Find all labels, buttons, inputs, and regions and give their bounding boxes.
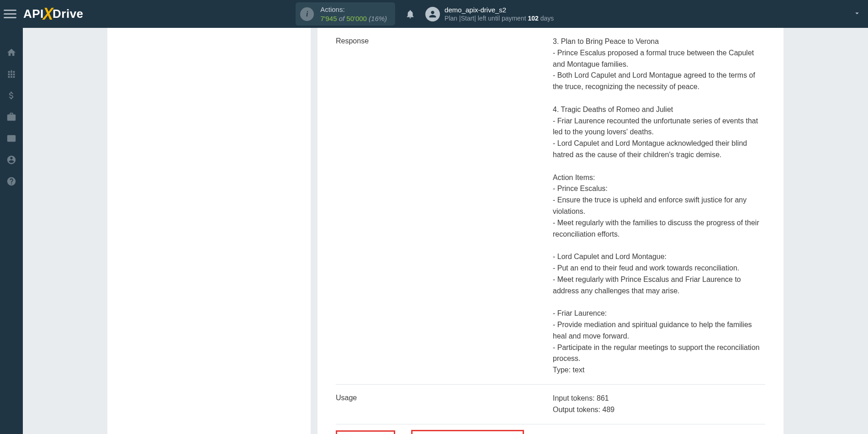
logo-text-post: Drive: [53, 7, 84, 21]
user-plan: Plan |Start| left until payment 102 days: [445, 14, 554, 22]
usage-row: Usage Input tokens: 861 Output tokens: 4…: [336, 385, 765, 424]
response-label: Response: [336, 36, 553, 376]
chevron-down-icon[interactable]: [766, 9, 861, 19]
usage-label: Usage: [336, 393, 553, 416]
actions-row: Edit Search in Anthropic Continue: [336, 424, 765, 434]
logo-x: X: [43, 4, 53, 24]
user-name: demo_apix-drive_s2: [445, 5, 554, 15]
sidebar-video[interactable]: [0, 127, 23, 149]
info-icon: i: [300, 7, 314, 21]
actions-text: Actions: 7'945 of 50'000 (16%): [320, 5, 387, 23]
sidebar-profile[interactable]: [0, 149, 23, 170]
header: API X Drive i Actions: 7'945 of 50'000 (…: [0, 0, 868, 28]
user-info: demo_apix-drive_s2 Plan |Start| left unt…: [445, 5, 554, 23]
search-in-button[interactable]: Search in Anthropic: [411, 430, 524, 434]
user-block[interactable]: demo_apix-drive_s2 Plan |Start| left unt…: [425, 5, 554, 23]
edit-button[interactable]: Edit: [336, 430, 395, 434]
sidebar-billing[interactable]: [0, 85, 23, 106]
notifications-icon[interactable]: [405, 9, 415, 19]
main-panel: Response 3. Plan to Bring Peace to Veron…: [318, 28, 783, 434]
actions-of: of: [337, 15, 346, 22]
actions-label: Actions:: [320, 5, 387, 14]
sidebar: [0, 28, 23, 434]
sidebar-toolbox[interactable]: [0, 106, 23, 127]
response-row: Response 3. Plan to Bring Peace to Veron…: [336, 28, 765, 385]
avatar: [425, 7, 440, 21]
sidebar-home[interactable]: [0, 42, 23, 63]
actions-pct: (16%): [367, 15, 387, 22]
actions-total: 50'000: [346, 15, 367, 22]
left-panel: [107, 28, 311, 434]
logo[interactable]: API X Drive: [23, 5, 84, 23]
usage-value: Input tokens: 861 Output tokens: 489: [553, 393, 765, 416]
actions-used: 7'945: [320, 15, 337, 22]
actions-counter[interactable]: i Actions: 7'945 of 50'000 (16%): [296, 2, 395, 26]
sidebar-help[interactable]: [0, 170, 23, 192]
logo-text-pre: API: [23, 7, 44, 21]
menu-icon[interactable]: [4, 8, 16, 21]
sidebar-connections[interactable]: [0, 63, 23, 85]
response-value: 3. Plan to Bring Peace to Verona - Princ…: [553, 36, 765, 376]
